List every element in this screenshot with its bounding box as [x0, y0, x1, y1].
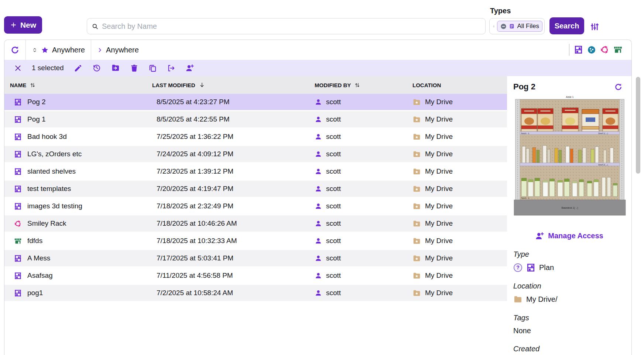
table-row[interactable]: fdfds 7/18/2025 at 10:32:33 AM scott My … [4, 233, 507, 249]
file-type-icon [14, 150, 22, 158]
export-button[interactable] [167, 64, 175, 72]
search-button[interactable]: Search [549, 17, 584, 34]
svg-text:Aisle 1: Aisle 1 [566, 96, 573, 98]
file-type-icon [14, 289, 22, 297]
table-row[interactable]: Pog 2 8/5/2025 at 4:23:27 PM scott My Dr… [4, 94, 507, 110]
table-row[interactable]: Asafsag 7/11/2025 at 4:56:58 PM scott My… [4, 267, 507, 284]
table-row[interactable]: Bad hook 3d 7/25/2025 at 1:36:22 PM scot… [4, 129, 507, 145]
file-type-icon [14, 255, 22, 262]
file-name: Asafsag [27, 272, 53, 280]
table-row[interactable]: A Mess 7/17/2025 at 5:03:41 PM scott My … [4, 250, 507, 266]
file-type-icon [14, 116, 22, 123]
store-type-icon[interactable] [613, 45, 623, 54]
export-icon [167, 64, 175, 72]
clear-selection-button[interactable] [14, 64, 22, 72]
types-select[interactable]: All Files [489, 18, 545, 34]
manage-access-button[interactable]: Manage Access [507, 231, 631, 240]
svg-text:Notch: -1: Notch: -1 [521, 197, 529, 199]
table-row[interactable]: LG's, zOrders etc 7/24/2025 at 4:09:12 P… [4, 146, 507, 162]
table-header: NAME LAST MODIFIED MODIFIED BY LOCATION [4, 76, 507, 94]
folder-star-icon [412, 237, 421, 245]
types-chip[interactable]: All Files [497, 21, 542, 32]
version-history-button[interactable] [92, 64, 101, 72]
sphere-type-icon[interactable] [587, 45, 596, 54]
table-row[interactable]: slanted shelves 7/23/2025 at 1:39:12 PM … [4, 163, 507, 180]
column-header-location[interactable]: LOCATION [407, 82, 507, 88]
breadcrumb[interactable]: Anywhere [91, 40, 145, 60]
field-location-value: My Drive/ [526, 295, 557, 304]
table-row[interactable]: Pog 1 8/5/2025 at 4:22:55 PM scott My Dr… [4, 111, 507, 127]
file-modified-by: scott [326, 254, 341, 262]
folder-star-icon [412, 185, 421, 193]
person-icon [315, 133, 322, 140]
field-type: Type Plan [513, 250, 631, 272]
file-type-icon [14, 202, 22, 210]
sort-updown-icon[interactable] [354, 82, 360, 88]
sort-down-icon[interactable] [199, 82, 205, 88]
file-modified-by: scott [326, 150, 341, 158]
person-icon [315, 272, 322, 279]
file-modified-date: 7/18/2025 at 10:32:33 AM [147, 237, 309, 245]
table-row[interactable]: pog1 7/2/2025 at 10:58:24 AM scott My Dr… [4, 285, 507, 301]
file-name: pog1 [27, 289, 43, 297]
selection-count: 1 selected [32, 64, 64, 72]
share-button[interactable] [185, 64, 194, 72]
file-modified-date: 7/25/2025 at 1:36:22 PM [147, 133, 309, 141]
recycle-type-icon[interactable] [600, 45, 609, 54]
folder-star-icon [412, 219, 421, 228]
scope-selector[interactable]: Anywhere [26, 40, 91, 60]
vertical-scrollbar[interactable] [636, 77, 640, 174]
folder-icon [513, 295, 523, 304]
new-button[interactable]: New [4, 16, 42, 34]
planogram-preview[interactable]: Aisle 1 Notch: -1 Shelf 1(→) [513, 95, 626, 222]
file-location: My Drive [425, 185, 453, 193]
person-icon [315, 116, 322, 123]
file-type-icon [14, 272, 22, 280]
file-modified-date: 7/2/2025 at 10:58:24 AM [147, 289, 309, 297]
delete-button[interactable] [130, 64, 138, 72]
filter-sliders-button[interactable] [590, 21, 600, 32]
chevron-updown-icon [493, 23, 495, 30]
plan-type-icon[interactable] [574, 45, 583, 54]
file-location: My Drive [425, 289, 453, 297]
refresh-button[interactable] [10, 45, 20, 55]
rename-button[interactable] [74, 64, 82, 72]
file-modified-date: 7/17/2025 at 5:03:41 PM [147, 254, 309, 262]
file-table: NAME LAST MODIFIED MODIFIED BY LOCATION [4, 76, 507, 355]
sort-updown-icon[interactable] [30, 82, 36, 88]
file-location: My Drive [425, 254, 453, 262]
copy-icon [148, 64, 157, 72]
table-row[interactable]: test templates 7/20/2025 at 4:19:47 PM s… [4, 181, 507, 197]
detail-refresh-button[interactable] [614, 83, 623, 91]
file-name: LG's, zOrders etc [27, 150, 82, 158]
file-name: Pog 1 [27, 115, 46, 123]
file-location: My Drive [425, 150, 453, 158]
folder-star-icon [412, 150, 421, 158]
sliders-icon [590, 22, 600, 32]
move-button[interactable] [111, 64, 120, 72]
column-header-name[interactable]: NAME [4, 82, 147, 88]
search-box[interactable] [87, 18, 486, 34]
column-header-last-modified[interactable]: LAST MODIFIED [147, 82, 309, 88]
plan-icon [526, 263, 535, 272]
table-row[interactable]: Smiley Rack 7/18/2025 at 10:46:26 AM sco… [4, 215, 507, 232]
file-modified-by: scott [326, 289, 341, 297]
chevron-right-icon [97, 47, 103, 53]
file-modified-date: 8/5/2025 at 4:22:55 PM [147, 115, 309, 123]
svg-text:Shelf 2(→): Shelf 2(→) [598, 164, 608, 166]
person-icon [315, 98, 322, 106]
table-row[interactable]: images 3d testing 7/18/2025 at 2:32:49 P… [4, 198, 507, 214]
help-icon[interactable] [513, 263, 523, 272]
remove-filter-icon[interactable] [500, 23, 507, 30]
person-icon [315, 185, 322, 192]
duplicate-button[interactable] [148, 64, 157, 72]
search-input[interactable] [102, 22, 481, 31]
new-button-label: New [20, 21, 36, 30]
file-modified-date: 7/24/2025 at 4:09:12 PM [147, 150, 309, 158]
column-header-modified-by[interactable]: MODIFIED BY [309, 82, 407, 88]
file-type-icon [14, 237, 22, 245]
file-modified-by: scott [326, 237, 341, 245]
types-label: Types [490, 7, 511, 15]
file-browser-panel: Anywhere Anywhere 1 selected [4, 40, 632, 355]
field-location-label: Location [513, 282, 631, 290]
